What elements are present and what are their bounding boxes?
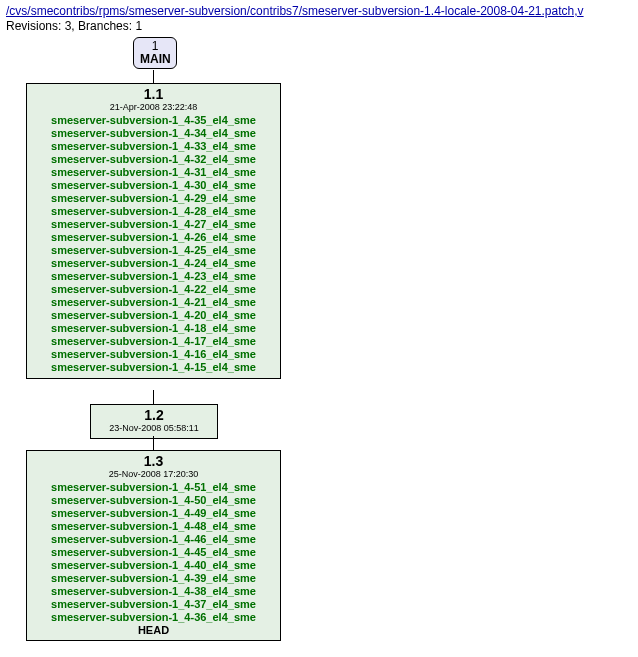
revision-number: 1.2	[91, 407, 217, 423]
header-block: /cvs/smecontribs/rpms/smeserver-subversi…	[6, 4, 584, 34]
revision-tag: smeserver-subversion-1_4-20_el4_sme	[27, 309, 280, 322]
revision-tag: smeserver-subversion-1_4-40_el4_sme	[27, 559, 280, 572]
revision-tag: smeserver-subversion-1_4-33_el4_sme	[27, 140, 280, 153]
revision-date: 25-Nov-2008 17:20:30	[27, 469, 280, 479]
revision-tag: smeserver-subversion-1_4-18_el4_sme	[27, 322, 280, 335]
revision-tag: smeserver-subversion-1_4-48_el4_sme	[27, 520, 280, 533]
revision-1-2-box[interactable]: 1.2 23-Nov-2008 05:58:11	[90, 404, 218, 439]
revisions-summary: Revisions: 3, Branches: 1	[6, 19, 142, 33]
revision-tag: smeserver-subversion-1_4-45_el4_sme	[27, 546, 280, 559]
revision-1-3-box[interactable]: 1.3 25-Nov-2008 17:20:30 smeserver-subve…	[26, 450, 281, 641]
revision-tag: smeserver-subversion-1_4-51_el4_sme	[27, 481, 280, 494]
revision-number: 1.3	[27, 453, 280, 469]
revision-tag: smeserver-subversion-1_4-35_el4_sme	[27, 114, 280, 127]
revision-tag: smeserver-subversion-1_4-38_el4_sme	[27, 585, 280, 598]
revision-tag: smeserver-subversion-1_4-30_el4_sme	[27, 179, 280, 192]
diagram-canvas: /cvs/smecontribs/rpms/smeserver-subversi…	[0, 0, 638, 657]
revision-tag: smeserver-subversion-1_4-34_el4_sme	[27, 127, 280, 140]
file-path[interactable]: /cvs/smecontribs/rpms/smeserver-subversi…	[6, 4, 584, 18]
revision-tag: smeserver-subversion-1_4-49_el4_sme	[27, 507, 280, 520]
branch-main-box[interactable]: 1 MAIN	[133, 37, 177, 69]
revision-tag: smeserver-subversion-1_4-37_el4_sme	[27, 598, 280, 611]
revision-tag: smeserver-subversion-1_4-22_el4_sme	[27, 283, 280, 296]
revision-tag: smeserver-subversion-1_4-25_el4_sme	[27, 244, 280, 257]
revision-tag: smeserver-subversion-1_4-50_el4_sme	[27, 494, 280, 507]
head-label: HEAD	[27, 624, 280, 636]
revision-tag: smeserver-subversion-1_4-27_el4_sme	[27, 218, 280, 231]
revision-tag: smeserver-subversion-1_4-15_el4_sme	[27, 361, 280, 374]
revision-tag: smeserver-subversion-1_4-23_el4_sme	[27, 270, 280, 283]
revision-tag: smeserver-subversion-1_4-46_el4_sme	[27, 533, 280, 546]
connector-line-1	[153, 70, 154, 83]
revision-tag: smeserver-subversion-1_4-21_el4_sme	[27, 296, 280, 309]
revision-1-1-box[interactable]: 1.1 21-Apr-2008 23:22:48 smeserver-subve…	[26, 83, 281, 379]
revision-tag: smeserver-subversion-1_4-26_el4_sme	[27, 231, 280, 244]
revision-tag: smeserver-subversion-1_4-28_el4_sme	[27, 205, 280, 218]
revision-tag: smeserver-subversion-1_4-36_el4_sme	[27, 611, 280, 624]
revision-tag: smeserver-subversion-1_4-29_el4_sme	[27, 192, 280, 205]
revision-tag: smeserver-subversion-1_4-17_el4_sme	[27, 335, 280, 348]
connector-line-2	[153, 390, 154, 404]
revision-tag: smeserver-subversion-1_4-39_el4_sme	[27, 572, 280, 585]
branch-name: MAIN	[140, 53, 170, 66]
revision-tag: smeserver-subversion-1_4-31_el4_sme	[27, 166, 280, 179]
revision-number: 1.1	[27, 86, 280, 102]
revision-tag: smeserver-subversion-1_4-32_el4_sme	[27, 153, 280, 166]
connector-line-3	[153, 436, 154, 450]
revision-tag: smeserver-subversion-1_4-16_el4_sme	[27, 348, 280, 361]
revision-tag: smeserver-subversion-1_4-24_el4_sme	[27, 257, 280, 270]
revision-date: 21-Apr-2008 23:22:48	[27, 102, 280, 112]
revision-date: 23-Nov-2008 05:58:11	[91, 423, 217, 433]
